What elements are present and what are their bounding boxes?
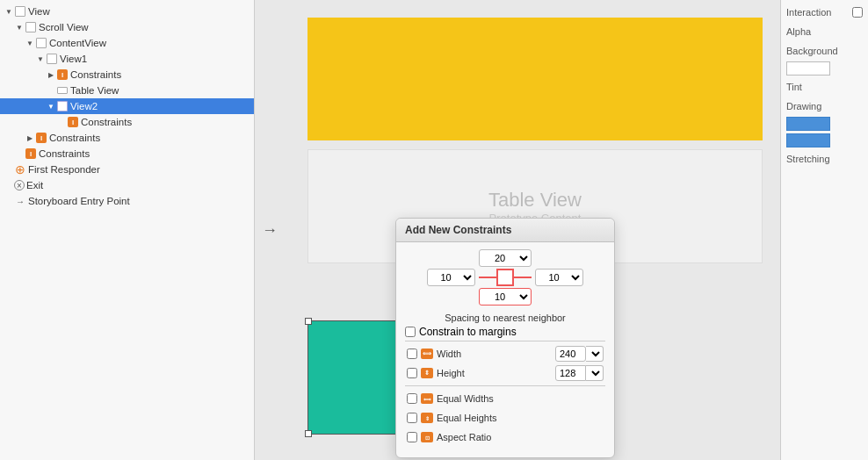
interaction-row: Interaction (786, 4, 863, 21)
storyboard-arrow: → (262, 221, 278, 240)
bottom-spacing-select[interactable]: 10 (479, 288, 532, 305)
aspect-ratio-icon: ⊡ (421, 432, 433, 442)
tree-item-first-responder[interactable]: ⊕ First Responder (0, 162, 254, 177)
expand-arrow[interactable] (25, 133, 35, 143)
constraints-title: Add New Constraints (405, 224, 511, 236)
constraints-body: 20 10 10 (396, 242, 614, 450)
tree-label: Constraints (81, 117, 132, 127)
tree-item-storyboard[interactable]: → Storyboard Entry Point (0, 193, 254, 209)
tree-item-constraints4[interactable]: I Constraints (0, 146, 254, 162)
tint-label: Tint (786, 82, 802, 92)
stretching-label: Stretching (786, 154, 830, 164)
interaction-checkbox[interactable] (852, 7, 863, 18)
width-label: Width (437, 349, 461, 359)
handle-tl[interactable] (305, 318, 312, 325)
expand-arrow[interactable] (25, 38, 35, 48)
bottom-spacing-row: 10 (479, 288, 532, 305)
tree-item-constraints3[interactable]: I Constraints (0, 130, 254, 146)
top-spacing-select[interactable]: 20 (479, 249, 532, 267)
width-constraint-item: ⟺ Width 240 (405, 344, 605, 363)
view-icon (35, 37, 47, 49)
tree-item-exit[interactable]: × Exit (0, 177, 254, 193)
height-constraint-item: ⇕ Height 128 (405, 363, 605, 383)
tree-item-contentview[interactable]: ContentView (0, 35, 254, 51)
equal-heights-checkbox[interactable] (407, 413, 417, 423)
constrain-margins-checkbox[interactable] (405, 327, 416, 337)
center-box (496, 269, 514, 286)
width-value-select[interactable] (586, 346, 604, 362)
height-value-select[interactable] (586, 365, 604, 381)
background-row: Background (786, 42, 863, 60)
right-spacing-select[interactable]: 10 (535, 269, 583, 286)
tree-label: Constraints (49, 133, 100, 143)
tree-label: Scroll View (39, 22, 89, 32)
right-panel: Interaction Alpha Background Tint Drawin… (780, 0, 868, 460)
middle-spacing-row: 10 10 (427, 269, 583, 286)
height-value: 128 (555, 365, 586, 381)
table-icon (56, 84, 69, 97)
constraints-icon: I (67, 116, 79, 128)
drawing-row: Drawing (786, 97, 863, 115)
equal-widths-item: ⟺ Equal Widths (405, 389, 605, 408)
constraints-icon: I (35, 132, 47, 144)
tree-item-tableview[interactable]: Table View (0, 83, 254, 98)
view-icon (56, 100, 69, 112)
constrain-margins-row: Constrain to margins (405, 326, 605, 338)
yellow-view[interactable] (307, 18, 763, 140)
constraints-icon: I (56, 68, 69, 81)
expand-arrow[interactable] (4, 6, 14, 17)
tree-item-scroll-view[interactable]: Scroll View (0, 19, 254, 35)
equal-heights-item: ⇕ Equal Heights (405, 408, 605, 428)
expand-arrow[interactable] (14, 22, 25, 32)
tree-label: First Responder (28, 164, 100, 175)
equal-widths-left: ⟺ Equal Widths (407, 393, 494, 404)
right-h-line (514, 277, 532, 278)
tree-label: Storyboard Entry Point (28, 196, 130, 206)
equal-widths-label: Equal Widths (437, 393, 494, 404)
canvas-area: → Table View Prototype Content Add New C… (255, 0, 780, 460)
constrain-margins-label: Constrain to margins (419, 326, 517, 338)
tree-label: ContentView (49, 38, 106, 48)
tableview-label: Table View (488, 189, 582, 212)
equal-widths-checkbox[interactable] (407, 393, 417, 404)
alpha-label: Alpha (786, 26, 811, 37)
tree-item-constraints2[interactable]: I Constraints (0, 114, 254, 130)
handle-bl[interactable] (305, 430, 312, 437)
width-left: ⟺ Width (407, 349, 461, 359)
tree-item-view[interactable]: View (0, 4, 254, 19)
expand-arrow[interactable] (46, 69, 56, 80)
drawing-indicator2 (786, 133, 830, 147)
interaction-label: Interaction (786, 7, 831, 18)
equal-widths-icon: ⟺ (421, 393, 433, 404)
background-label: Background (786, 46, 838, 56)
aspect-ratio-left: ⊡ Aspect Ratio (407, 432, 491, 442)
aspect-ratio-checkbox[interactable] (407, 432, 417, 442)
tint-row: Tint (786, 78, 863, 96)
alpha-row: Alpha (786, 23, 863, 40)
storyboard-icon: → (14, 195, 26, 207)
left-h-line (479, 277, 496, 278)
expand-arrow[interactable] (46, 101, 56, 111)
tree-label: Exit (26, 180, 43, 190)
equal-heights-icon: ⇕ (421, 413, 433, 423)
height-checkbox[interactable] (407, 368, 417, 378)
tree-label: Table View (70, 85, 119, 96)
left-spacing-select[interactable]: 10 (427, 269, 475, 286)
spacing-grid: 20 10 10 (405, 249, 605, 307)
tree-item-constraints1[interactable]: I Constraints (0, 67, 254, 83)
tree-label: View1 (60, 54, 87, 64)
aspect-ratio-item: ⊡ Aspect Ratio (405, 428, 605, 447)
width-checkbox[interactable] (407, 349, 417, 359)
view-icon (14, 5, 26, 18)
top-spacing-row: 20 (479, 249, 532, 267)
width-value: 240 (555, 346, 586, 362)
height-left: ⇕ Height (407, 368, 465, 378)
view-icon (46, 53, 58, 65)
tree-item-view2[interactable]: View2 (0, 98, 254, 114)
tree-item-view1[interactable]: View1 (0, 51, 254, 67)
expand-arrow[interactable] (35, 54, 46, 64)
spacing-label: Spacing to nearest neighbor (405, 313, 605, 323)
divider2 (405, 385, 605, 386)
equal-heights-left: ⇕ Equal Heights (407, 413, 497, 423)
background-swatch[interactable] (786, 61, 830, 75)
